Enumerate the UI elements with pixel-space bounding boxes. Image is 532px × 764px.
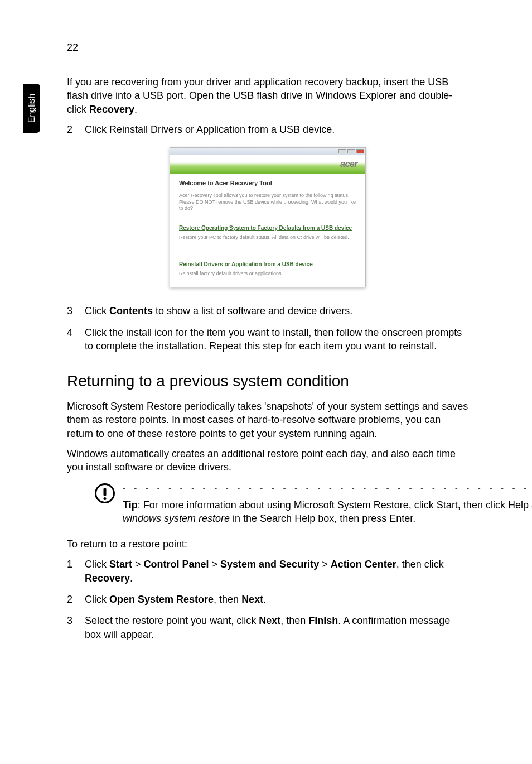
intro-bold: Recovery — [89, 104, 134, 115]
minimize-icon — [338, 149, 346, 153]
close-icon — [356, 149, 364, 153]
maximize-icon — [347, 149, 355, 153]
restore-os-desc: Restore your PC to factory default statu… — [179, 234, 356, 241]
text-fragment: . — [130, 573, 133, 584]
text-bold: Action Center — [331, 559, 396, 570]
text-fragment: > — [135, 559, 144, 570]
text-bold: Next — [259, 615, 280, 626]
acer-logo: acer — [340, 158, 357, 170]
step-2: 2 Click Reinstall Drivers or Application… — [67, 123, 468, 136]
text-fragment: > — [209, 559, 221, 570]
step-num: 1 — [67, 558, 85, 585]
step-text: Click the install icon for the item you … — [85, 326, 468, 353]
text-fragment: to show a list of software and device dr… — [153, 305, 352, 316]
restore-os-link[interactable]: Restore Operating System to Factory Defa… — [179, 224, 356, 232]
step-4: 4 Click the install icon for the item yo… — [67, 326, 468, 353]
reinstall-drivers-link[interactable]: Reinstall Drivers or Application from a … — [179, 261, 356, 268]
text-bold: Next — [241, 594, 263, 605]
tip-part-2: in the Search Help box, then press Enter… — [230, 513, 415, 524]
text-fragment: Click — [85, 594, 109, 605]
text-bold: Finish — [308, 615, 338, 626]
text-fragment: Click — [85, 559, 109, 570]
text-fragment: . — [263, 594, 266, 605]
step-text: Click Open System Restore, then Next. — [85, 593, 468, 606]
text-fragment: , then — [280, 615, 308, 626]
screenshot-title: Welcome to Acer Recovery Tool — [179, 179, 356, 188]
return-step-1: 1 Click Start > Control Panel > System a… — [67, 558, 468, 585]
tip-italic: windows system restore — [123, 513, 230, 524]
return-intro: To return to a restore point: — [67, 537, 468, 551]
text-bold: Control Panel — [144, 559, 209, 570]
step-list-mid: 3 Click Contents to show a list of softw… — [67, 304, 468, 353]
screenshot-desc: Acer Recovery Tool allows you to restore… — [179, 193, 356, 212]
tip-block: - - - - - - - - - - - - - - - - - - - - … — [95, 483, 468, 525]
step-text: Click Contents to show a list of softwar… — [85, 304, 468, 318]
text-bold: Open System Restore — [109, 594, 214, 605]
step-num: 2 — [67, 593, 85, 606]
screenshot-container: acer Welcome to Acer Recovery Tool Acer … — [67, 147, 468, 287]
tip-content: - - - - - - - - - - - - - - - - - - - - … — [123, 483, 532, 525]
text-bold: Recovery — [85, 573, 130, 584]
divider-line — [178, 190, 178, 279]
language-tab: English — [23, 84, 40, 133]
tip-label: Tip — [123, 499, 138, 511]
step-list-top: 2 Click Reinstall Drivers or Application… — [67, 123, 468, 136]
brand-bar: acer — [170, 155, 365, 174]
return-step-2: 2 Click Open System Restore, then Next. — [67, 593, 468, 606]
step-num: 3 — [67, 304, 85, 318]
acer-recovery-screenshot: acer Welcome to Acer Recovery Tool Acer … — [170, 147, 366, 287]
step-num: 2 — [67, 123, 85, 136]
step-3: 3 Click Contents to show a list of softw… — [67, 304, 468, 318]
step-text: Select the restore point you want, click… — [85, 614, 468, 641]
text-bold: System and Security — [220, 559, 319, 570]
step-num: 3 — [67, 614, 85, 641]
language-label: English — [27, 94, 37, 123]
section-heading: Returning to a previous system condition — [67, 371, 468, 392]
text-bold: Start — [109, 559, 135, 570]
step-text: Click Reinstall Drivers or Application f… — [85, 123, 468, 136]
step-text: Click Start > Control Panel > System and… — [85, 558, 468, 585]
section-paragraph-2: Windows automatically creates an additio… — [67, 447, 468, 474]
title-underline — [179, 189, 356, 189]
text-fragment: Click — [85, 305, 109, 316]
section-paragraph-1: Microsoft System Restore periodically ta… — [67, 400, 468, 440]
text-fragment: Select the restore point you want, click — [85, 615, 259, 626]
step-num: 4 — [67, 326, 85, 353]
alert-icon — [95, 483, 115, 503]
return-step-3: 3 Select the restore point you want, cli… — [67, 614, 468, 641]
screenshot-body: Welcome to Acer Recovery Tool Acer Recov… — [170, 174, 365, 287]
tip-part-1: : For more information about using Micro… — [138, 499, 532, 511]
window-titlebar — [170, 148, 365, 155]
intro-paragraph: If you are recovering from your driver a… — [67, 75, 468, 116]
page-content: If you are recovering from your driver a… — [67, 75, 468, 651]
tip-dashes: - - - - - - - - - - - - - - - - - - - - … — [123, 483, 532, 494]
tip-text: Tip: For more information about using Mi… — [123, 498, 532, 526]
text-fragment: , then — [214, 594, 241, 605]
reinstall-drivers-desc: Reinstall factory default drivers or app… — [179, 271, 356, 277]
text-fragment: > — [319, 559, 331, 570]
return-steps: 1 Click Start > Control Panel > System a… — [67, 558, 468, 641]
text-fragment: , then click — [396, 559, 444, 570]
intro-text-2: . — [134, 104, 137, 115]
page-number: 22 — [67, 42, 78, 54]
text-bold: Contents — [109, 305, 153, 316]
